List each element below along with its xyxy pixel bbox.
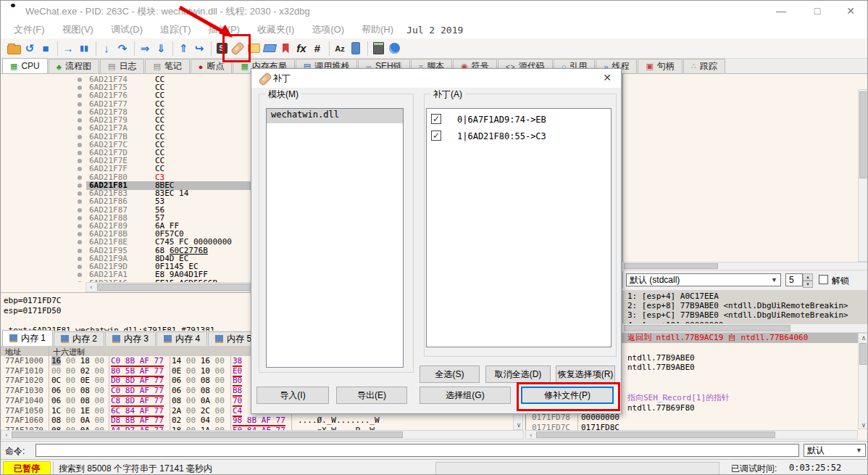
arg-count-spinner-buttons[interactable]: ▲▼: [803, 273, 813, 286]
deselect-all-button[interactable]: 取消全选(D): [485, 365, 551, 383]
breakpoint-dot-icon[interactable]: [78, 232, 82, 236]
menu-item-7[interactable]: 选项(O): [303, 23, 353, 36]
breakpoint-dot-icon[interactable]: [78, 102, 82, 107]
label-icon[interactable]: [262, 41, 277, 57]
dump-tab[interactable]: 内存 1: [2, 330, 53, 346]
dump-row[interactable]: 77AF106008 00 0A 00D8 8B AF 7702 00 04 0…: [1, 416, 525, 426]
registers-hscrollbar[interactable]: [622, 262, 868, 270]
breakpoint-dot-icon[interactable]: [78, 249, 82, 253]
command-profile-select[interactable]: 默认 ▼: [804, 444, 866, 457]
breakpoint-dot-icon[interactable]: [78, 183, 82, 188]
breakpoint-dot-icon[interactable]: [78, 208, 82, 212]
handles-icon[interactable]: [349, 41, 363, 57]
arg-count-spinner[interactable]: 5: [785, 273, 803, 286]
step-into-icon[interactable]: ↓: [99, 41, 114, 57]
step-over-icon[interactable]: ↷: [115, 41, 130, 57]
open-file-icon[interactable]: [7, 41, 21, 57]
run-icon[interactable]: →: [61, 41, 75, 57]
arguments-hscrollbar[interactable]: [622, 323, 868, 333]
breakpoint-dot-icon[interactable]: [78, 175, 82, 180]
maximize-button[interactable]: □: [806, 4, 828, 18]
menu-item-3[interactable]: 调试(D): [102, 23, 151, 36]
close-button[interactable]: ✕: [840, 4, 861, 18]
argument-row[interactable]: 2: [esp+8] 77B9ABE0 <ntdll.DbgUiRemoteBr…: [627, 301, 848, 310]
arguments-pane[interactable]: 1: [esp+4] A0C17EEA2: [esp+8] 77B9ABE0 <…: [622, 290, 868, 323]
registers-vscrollbar[interactable]: [858, 89, 868, 262]
tab-handles[interactable]: ▣句柄: [638, 59, 682, 73]
menu-item-4[interactable]: 追踪(T): [151, 23, 200, 36]
step-out-icon[interactable]: ⇑: [176, 41, 191, 57]
patch-list-item[interactable]: ✓0|6A7F1AD9:74->EB: [427, 112, 611, 128]
argument-row[interactable]: 3: [esp+C] 77B9ABE0 <ntdll.DbgUiRemoteBr…: [627, 310, 848, 320]
import-button[interactable]: 导入(I): [256, 387, 329, 404]
function-icon[interactable]: fx: [294, 41, 309, 57]
breakpoint-dot-icon[interactable]: [78, 273, 82, 277]
patch-list-item[interactable]: ✓1|6AD21F80:55->C3: [427, 128, 611, 144]
breakpoint-dot-icon[interactable]: [78, 224, 82, 228]
breakpoint-dot-icon[interactable]: [78, 151, 82, 155]
select-group-button[interactable]: 选择组(G): [420, 387, 511, 404]
menu-item-2[interactable]: 视图(V): [54, 23, 102, 36]
minimize-button[interactable]: —: [770, 4, 792, 18]
patch-icon[interactable]: [230, 41, 245, 57]
stop-icon[interactable]: ■: [38, 41, 53, 57]
restart-icon[interactable]: ↺: [22, 41, 37, 57]
menu-item-1[interactable]: 文件(F): [5, 23, 54, 36]
breakpoint-dot-icon[interactable]: [78, 126, 82, 131]
dump-tab[interactable]: 内存 3: [105, 331, 156, 346]
breakpoint-dot-icon[interactable]: [78, 240, 82, 244]
breakpoint-dot-icon[interactable]: [78, 199, 82, 204]
attach-icon[interactable]: ↪: [192, 41, 206, 57]
breakpoint-dot-icon[interactable]: [78, 216, 82, 220]
execute-till-return-icon[interactable]: ⇒: [138, 41, 152, 57]
breakpoint-dot-icon[interactable]: [78, 135, 82, 139]
bookmark-icon[interactable]: [278, 41, 293, 57]
argument-row[interactable]: 1: [esp+4] A0C17EEA: [627, 292, 719, 301]
export-button[interactable]: 导出(E): [336, 387, 407, 404]
hash-icon[interactable]: #: [310, 41, 325, 57]
dump-hscrollbar[interactable]: ‹: [1, 430, 524, 439]
unlock-checkbox[interactable]: [819, 275, 828, 284]
breakpoint-dot-icon[interactable]: [78, 265, 82, 269]
module-list-item[interactable]: wechatwin.dll: [267, 109, 403, 123]
dump-tab[interactable]: 内存 2: [54, 331, 104, 346]
tab-log[interactable]: ▤日志: [100, 59, 144, 73]
patch-checkbox[interactable]: ✓: [431, 114, 441, 124]
pause-icon[interactable]: ▮▮: [77, 41, 91, 57]
calling-convention-select[interactable]: 默认 (stdcall) ▼: [626, 273, 781, 286]
breakpoint-dot-icon[interactable]: [78, 257, 82, 261]
menu-item-5[interactable]: 插件(P): [200, 23, 249, 36]
command-input[interactable]: [36, 444, 799, 457]
patch-dialog-titlebar[interactable]: 补丁 ✕: [251, 69, 621, 88]
tab-trace[interactable]: ∴跟踪: [683, 59, 725, 73]
select-all-button[interactable]: 全选(S): [420, 365, 480, 383]
patch-file-button[interactable]: 修补文件(P): [521, 387, 614, 404]
restore-selection-button[interactable]: 恢复选择项(R): [556, 365, 615, 383]
breakpoint-dot-icon[interactable]: [78, 281, 82, 283]
breakpoint-dot-icon[interactable]: [78, 78, 82, 82]
tab-cpu[interactable]: ▦CPU: [2, 58, 48, 73]
patch-checkbox[interactable]: ✓: [431, 131, 441, 141]
tab-graph[interactable]: ♣流程图: [49, 59, 99, 73]
breakpoint-dot-icon[interactable]: [78, 167, 82, 171]
menu-item-8[interactable]: 帮助(H): [353, 23, 402, 36]
scylla-icon[interactable]: S: [214, 41, 229, 57]
tab-breakpoints[interactable]: ●断点: [191, 59, 233, 73]
breakpoint-dot-icon[interactable]: [78, 159, 82, 163]
modules-listbox[interactable]: wechatwin.dll: [266, 108, 404, 368]
stack-vscrollbar[interactable]: ∧ ∨: [858, 333, 868, 429]
strings-icon[interactable]: Az: [333, 41, 347, 57]
breakpoint-dot-icon[interactable]: [78, 143, 82, 147]
run-to-user-code-icon[interactable]: ⇓: [154, 41, 168, 57]
dump-tab[interactable]: 内存 4: [157, 331, 207, 346]
breakpoint-dot-icon[interactable]: [78, 191, 82, 196]
breakpoint-dot-icon[interactable]: [78, 94, 82, 98]
breakpoint-dot-icon[interactable]: [78, 86, 82, 90]
registers-pane[interactable]: EAX01186000EBX00000000ECX77B9ABE0<ntdll.…: [622, 74, 868, 270]
breakpoint-dot-icon[interactable]: [78, 118, 82, 123]
stack-hscrollbar[interactable]: ‹: [525, 430, 858, 439]
calculator-icon[interactable]: [371, 41, 385, 57]
globe-icon[interactable]: [387, 41, 401, 57]
menu-item-6[interactable]: 收藏夹(I): [249, 23, 303, 36]
tab-notes[interactable]: ▤笔记: [145, 59, 189, 73]
